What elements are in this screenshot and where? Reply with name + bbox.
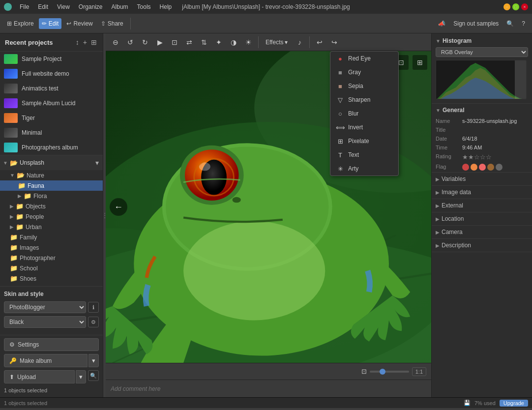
effect-sharpen[interactable]: ▽ Sharpen — [330, 93, 398, 107]
grid-view-button[interactable]: ⊞ — [90, 37, 98, 47]
maximize-button[interactable]: □ — [512, 3, 519, 10]
tree-node-shoes[interactable]: 📁 Shoes — [0, 273, 103, 284]
audio-button[interactable]: ♪ — [293, 35, 306, 49]
exposure-button[interactable]: ☀ — [241, 35, 255, 49]
tree-node-fauna[interactable]: 📁 Fauna — [0, 180, 103, 191]
style-settings-button[interactable]: ⚙ — [88, 317, 99, 327]
project-thumb — [4, 143, 18, 152]
effect-arty[interactable]: ✳ Arty — [330, 162, 398, 176]
close-button[interactable]: × — [521, 3, 528, 10]
effect-pixelate[interactable]: ⊞ Pixelate — [330, 134, 398, 148]
fit-button[interactable]: ⊡ — [361, 368, 367, 375]
external-section[interactable]: ▶ External — [432, 199, 532, 212]
menu-tools[interactable]: Tools — [133, 2, 155, 11]
description-section[interactable]: ▶ Description — [432, 239, 532, 252]
announcement-button[interactable]: 📣 — [435, 18, 448, 29]
effect-blur[interactable]: ○ Blur — [330, 107, 398, 120]
prev-image-button[interactable]: ← — [110, 198, 127, 216]
make-album-button[interactable]: 🔑 Make album — [4, 354, 88, 367]
general-header[interactable]: ▼ General — [432, 104, 532, 117]
flag-brown[interactable] — [487, 164, 494, 171]
sign-out-button[interactable]: Sign out samples — [450, 18, 502, 29]
flag-orange[interactable] — [471, 164, 477, 171]
histogram-header[interactable]: ▼ Histogram — [436, 37, 528, 44]
style-select[interactable]: Black — [4, 316, 86, 328]
fullscreen-button[interactable]: ⊞ — [413, 55, 427, 70]
menu-view[interactable]: View — [53, 2, 74, 11]
review-tab[interactable]: ↩ Review — [63, 18, 95, 29]
flag-red[interactable] — [462, 164, 469, 171]
upload-button[interactable]: ⬆ Upload — [4, 370, 75, 383]
zoom-slider[interactable] — [370, 371, 409, 373]
project-item[interactable]: Minimal — [0, 125, 103, 140]
tree-node-photographer[interactable]: 📁 Photographer — [0, 253, 103, 263]
project-item[interactable]: Animatics test — [0, 81, 103, 96]
menu-album[interactable]: Album — [108, 2, 132, 11]
project-item[interactable]: Photographers album — [0, 140, 103, 155]
tree-root[interactable]: ▼ 📂 Unsplash ▾ — [0, 155, 103, 170]
tree-node-family[interactable]: 📁 Family — [0, 232, 103, 242]
tree-node-objects[interactable]: ▶ 📁 Objects — [0, 201, 103, 211]
location-section[interactable]: ▶ Location — [432, 212, 532, 226]
rating-stars[interactable]: ★★☆☆☆ — [462, 153, 492, 161]
zoom-slider-handle[interactable] — [380, 369, 385, 375]
add-recent-button[interactable]: + — [82, 37, 88, 47]
slideshow-button[interactable]: ▶ — [153, 35, 167, 49]
share-tab[interactable]: ⇧ Share — [98, 18, 126, 29]
expand-arrow: ▶ — [18, 193, 22, 199]
flag-pink[interactable] — [479, 164, 486, 171]
redo-button[interactable]: ↪ — [327, 35, 341, 49]
sort-recent-button[interactable]: ↕ — [75, 37, 80, 47]
flip-v-button[interactable]: ⇅ — [197, 35, 211, 49]
tree-node-nature[interactable]: ▼ 📂 Nature — [0, 170, 103, 180]
enhance-button[interactable]: ✦ — [212, 35, 226, 49]
time-label: Time — [436, 145, 460, 150]
camera-section[interactable]: ▶ Camera — [432, 226, 532, 239]
image-data-section[interactable]: ▶ Image data — [432, 186, 532, 199]
minimize-button[interactable]: − — [503, 3, 510, 10]
menu-organize[interactable]: Organize — [75, 2, 107, 11]
zoom-out-button[interactable]: ⊖ — [109, 35, 122, 49]
flag-gray[interactable] — [496, 164, 502, 171]
histogram-mode-select[interactable]: RGB Overlay — [436, 47, 528, 57]
tree-node-school[interactable]: 📁 School — [0, 263, 103, 273]
crop-button[interactable]: ⊡ — [168, 35, 181, 49]
project-item[interactable]: Full website demo — [0, 66, 103, 81]
project-item[interactable]: Tiger — [0, 111, 103, 125]
tree-node-images[interactable]: 📁 Images — [0, 242, 103, 253]
menu-help[interactable]: Help — [156, 2, 176, 11]
tree-menu-button[interactable]: ▾ — [94, 158, 100, 168]
help-button[interactable]: ? — [519, 18, 528, 29]
tree-node-people[interactable]: ▶ 📁 People — [0, 211, 103, 222]
edit-tab[interactable]: ✏ Edit — [39, 18, 62, 29]
project-item[interactable]: Sample Project — [0, 52, 103, 66]
variables-section[interactable]: ▶ Variables — [432, 173, 532, 186]
skin-info-button[interactable]: ℹ — [88, 302, 99, 313]
make-album-dropdown[interactable]: ▾ — [89, 354, 99, 367]
zoom-1to1-button[interactable]: 1:1 — [412, 367, 426, 376]
tree-node-urban[interactable]: ▶ 📁 Urban — [0, 222, 103, 232]
effect-invert[interactable]: ⟺ Invert — [330, 120, 398, 134]
upload-dropdown[interactable]: ▾ — [76, 370, 86, 383]
explore-tab[interactable]: ⊞ Explore — [4, 18, 37, 29]
effect-red-eye[interactable]: ● Red Eye — [330, 52, 398, 65]
comment-input[interactable] — [111, 385, 426, 392]
effect-sepia[interactable]: ■ Sepia — [330, 79, 398, 93]
project-item[interactable]: Sample Album Lucid — [0, 96, 103, 111]
menu-file[interactable]: File — [16, 2, 33, 11]
upgrade-button[interactable]: Upgrade — [500, 400, 528, 407]
effects-button[interactable]: Effects ▾ — [262, 37, 292, 48]
menu-edit[interactable]: Edit — [34, 2, 52, 11]
effect-gray[interactable]: ■ Gray — [330, 65, 398, 79]
skin-select[interactable]: PhotoBlogger — [4, 301, 86, 313]
settings-button[interactable]: ⚙ Settings — [4, 338, 99, 351]
flip-h-button[interactable]: ⇄ — [182, 35, 196, 49]
search-button[interactable]: 🔍 — [503, 18, 517, 29]
rotate-left-button[interactable]: ↺ — [123, 35, 137, 49]
upload-search[interactable]: 🔍 — [88, 370, 99, 381]
undo-button[interactable]: ↩ — [313, 35, 326, 49]
tree-node-flora[interactable]: ▶ 📁 Flora — [0, 191, 103, 201]
contrast-button[interactable]: ◑ — [227, 35, 240, 49]
effect-text[interactable]: T Text — [330, 148, 398, 162]
rotate-right-button[interactable]: ↻ — [138, 35, 152, 49]
